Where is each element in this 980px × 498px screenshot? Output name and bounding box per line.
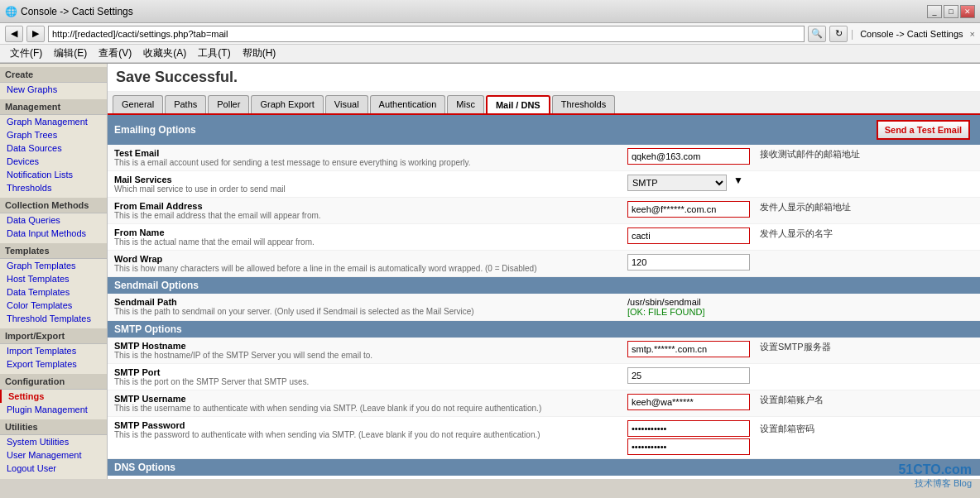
sidebar: Create New Graphs Management Graph Manag… bbox=[0, 64, 108, 479]
smtp-hostname-label: SMTP Hostname bbox=[114, 341, 627, 351]
smtp-port-label: SMTP Port bbox=[114, 367, 627, 377]
settings-tabs: General Paths Poller Graph Export Visual… bbox=[108, 92, 980, 115]
search-button[interactable]: 🔍 bbox=[808, 26, 826, 42]
mail-services-label: Mail Services bbox=[114, 175, 627, 184]
from-email-label: From Email Address bbox=[114, 201, 627, 211]
setting-row-test-email: Test Email This is a email account used … bbox=[108, 145, 980, 171]
menu-view[interactable]: 查看(V) bbox=[94, 45, 137, 62]
from-email-annotation: 发件人显示的邮箱地址 bbox=[760, 201, 851, 213]
tab-authentication[interactable]: Authentication bbox=[370, 95, 446, 113]
from-name-desc: This is the actual name that the email w… bbox=[114, 237, 627, 247]
sidebar-item-user-management[interactable]: User Management bbox=[0, 448, 107, 462]
sidebar-section-collection: Collection Methods bbox=[0, 198, 107, 213]
console-tab-label: Console -> Cacti Settings bbox=[860, 29, 963, 39]
sidebar-section-config: Configuration bbox=[0, 374, 107, 390]
sidebar-section-utilities: Utilities bbox=[0, 419, 107, 435]
sidebar-item-thresholds[interactable]: Thresholds bbox=[0, 181, 107, 194]
from-name-annotation: 发件人显示的名字 bbox=[760, 227, 833, 240]
smtp-hostname-annotation: 设置SMTP服务器 bbox=[760, 341, 831, 353]
content-area: Save Successful. General Paths Poller Gr… bbox=[108, 64, 980, 479]
sendmail-path-ok: [OK: FILE FOUND] bbox=[627, 307, 705, 317]
word-wrap-input[interactable] bbox=[627, 254, 750, 271]
sidebar-item-data-sources[interactable]: Data Sources bbox=[0, 141, 107, 155]
sidebar-item-graph-management[interactable]: Graph Management bbox=[0, 115, 107, 128]
send-test-email-button[interactable]: Send a Test Email bbox=[877, 120, 970, 140]
smtp-password-input[interactable] bbox=[627, 420, 750, 437]
sidebar-item-export-templates[interactable]: Export Templates bbox=[0, 357, 107, 371]
close-button[interactable]: ✕ bbox=[960, 5, 975, 18]
sidebar-item-data-templates[interactable]: Data Templates bbox=[0, 285, 107, 299]
smtp-password-annotation: 设置邮箱密码 bbox=[760, 423, 814, 435]
sidebar-item-color-templates[interactable]: Color Templates bbox=[0, 299, 107, 312]
tab-misc[interactable]: Misc bbox=[447, 95, 484, 113]
tab-mail-dns[interactable]: Mail / DNS bbox=[486, 95, 550, 113]
sidebar-item-system-utilities[interactable]: System Utilities bbox=[0, 435, 107, 448]
menu-tools[interactable]: 工具(T) bbox=[193, 45, 235, 62]
sidebar-item-graph-trees[interactable]: Graph Trees bbox=[0, 128, 107, 141]
mail-services-desc: Which mail service to use in order to se… bbox=[114, 184, 627, 194]
sidebar-section-templates: Templates bbox=[0, 243, 107, 259]
sidebar-item-host-templates[interactable]: Host Templates bbox=[0, 272, 107, 285]
tab-general[interactable]: General bbox=[113, 95, 163, 113]
sidebar-item-devices[interactable]: Devices bbox=[0, 155, 107, 168]
smtp-username-annotation: 设置邮箱账户名 bbox=[760, 394, 824, 406]
from-email-input[interactable] bbox=[627, 201, 750, 218]
test-email-annotation: 接收测试邮件的邮箱地址 bbox=[760, 148, 860, 160]
watermark-site: 51CTO.com bbox=[898, 462, 972, 477]
watermark: 51CTO.com 技术博客 Blog bbox=[898, 462, 972, 490]
sidebar-section-create: Create bbox=[0, 67, 107, 83]
sendmail-path-desc: This is the path to sendmail on your ser… bbox=[114, 307, 627, 316]
menu-favorites[interactable]: 收藏夹(A) bbox=[138, 45, 191, 62]
minimize-button[interactable]: _ bbox=[927, 5, 942, 18]
sidebar-item-threshold-templates[interactable]: Threshold Templates bbox=[0, 312, 107, 325]
sendmail-options-header: Sendmail Options bbox=[108, 277, 980, 294]
smtp-password-label: SMTP Password bbox=[114, 420, 627, 430]
back-button[interactable]: ◀ bbox=[5, 26, 23, 42]
dns-options-header: DNS Options bbox=[108, 459, 980, 476]
setting-row-word-wrap: Word Wrap This is how many characters wi… bbox=[108, 251, 980, 277]
mail-services-select[interactable]: SMTP Sendmail bbox=[627, 175, 727, 191]
refresh-button[interactable]: ↻ bbox=[829, 26, 848, 42]
smtp-hostname-input[interactable] bbox=[627, 341, 750, 357]
menu-help[interactable]: 帮助(H) bbox=[238, 45, 281, 62]
settings-content: Emailing Options Send a Test Email Test … bbox=[108, 115, 980, 479]
maximize-button[interactable]: □ bbox=[944, 5, 958, 18]
smtp-username-input[interactable] bbox=[627, 394, 750, 410]
menu-file[interactable]: 文件(F) bbox=[5, 45, 47, 62]
sidebar-item-logout[interactable]: Logout User bbox=[0, 462, 107, 475]
sidebar-item-import-templates[interactable]: Import Templates bbox=[0, 344, 107, 357]
smtp-password-confirm-input[interactable] bbox=[627, 438, 750, 455]
setting-row-smtp-username: SMTP Username This is the username to au… bbox=[108, 390, 980, 417]
smtp-port-desc: This is the port on the SMTP Server that… bbox=[114, 377, 627, 386]
smtp-username-label: SMTP Username bbox=[114, 394, 627, 404]
sidebar-logo: 🌵 bbox=[0, 475, 107, 479]
tab-graph-export[interactable]: Graph Export bbox=[251, 95, 323, 113]
sidebar-item-data-queries[interactable]: Data Queries bbox=[0, 213, 107, 227]
menu-edit[interactable]: 编辑(E) bbox=[49, 45, 92, 62]
sidebar-item-data-input-methods[interactable]: Data Input Methods bbox=[0, 227, 107, 240]
sidebar-item-plugin-management[interactable]: Plugin Management bbox=[0, 403, 107, 416]
sidebar-item-new-graphs[interactable]: New Graphs bbox=[0, 83, 107, 96]
sidebar-section-import: Import/Export bbox=[0, 328, 107, 344]
tab-paths[interactable]: Paths bbox=[165, 95, 206, 113]
sendmail-path-label: Sendmail Path bbox=[114, 297, 627, 307]
from-email-desc: This is the email address that the email… bbox=[114, 211, 627, 220]
sidebar-item-settings[interactable]: Settings bbox=[0, 390, 107, 403]
tab-poller[interactable]: Poller bbox=[208, 95, 249, 113]
tab-close-icon[interactable]: × bbox=[970, 29, 975, 39]
test-email-input[interactable] bbox=[627, 148, 750, 165]
smtp-hostname-desc: This is the hostname/IP of the SMTP Serv… bbox=[114, 351, 627, 360]
sidebar-item-graph-templates[interactable]: Graph Templates bbox=[0, 259, 107, 272]
setting-row-smtp-password: SMTP Password This is the password to au… bbox=[108, 417, 980, 459]
from-name-input[interactable] bbox=[627, 227, 750, 244]
address-bar[interactable] bbox=[48, 26, 805, 42]
test-email-label: Test Email bbox=[114, 148, 627, 158]
browser-icon: 🌐 bbox=[5, 6, 17, 17]
sidebar-item-notification-lists[interactable]: Notification Lists bbox=[0, 168, 107, 181]
smtp-port-input[interactable] bbox=[627, 367, 750, 384]
setting-row-from-email: From Email Address This is the email add… bbox=[108, 198, 980, 224]
tab-thresholds[interactable]: Thresholds bbox=[552, 95, 615, 113]
forward-button[interactable]: ▶ bbox=[26, 26, 45, 42]
tab-visual[interactable]: Visual bbox=[325, 95, 368, 113]
setting-row-smtp-hostname: SMTP Hostname This is the hostname/IP of… bbox=[108, 338, 980, 364]
